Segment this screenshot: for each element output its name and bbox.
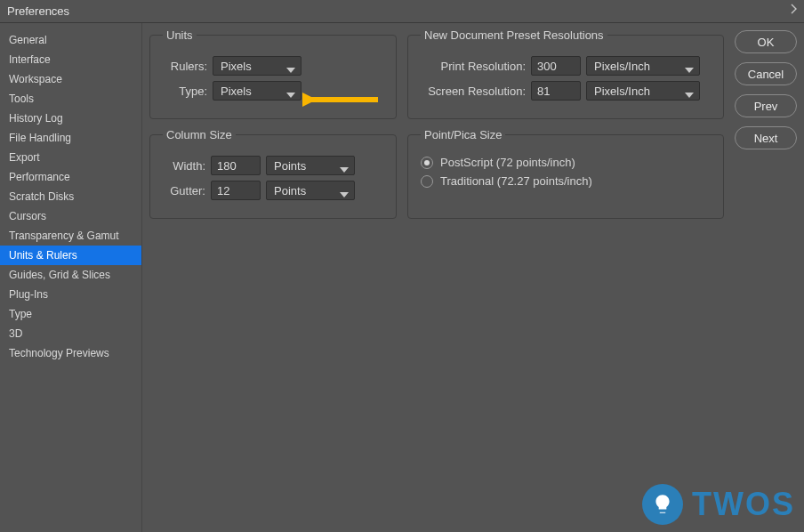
sidebar-item-plug-ins[interactable]: Plug-Ins: [0, 285, 141, 304]
sidebar-item-tools[interactable]: Tools: [0, 89, 141, 109]
column-size-panel: Column Size Width: 180 Points Gutter: 12: [149, 128, 397, 219]
sidebar-item-general[interactable]: General: [0, 30, 141, 50]
sidebar-item-guides-grid-slices[interactable]: Guides, Grid & Slices: [0, 265, 141, 285]
screen-res-label: Screen Resolution:: [421, 85, 526, 98]
width-unit: Points: [274, 159, 306, 173]
rulers-dropdown[interactable]: Pixels: [213, 56, 302, 76]
new-doc-legend: New Document Preset Resolutions: [421, 28, 607, 42]
column-size-legend: Column Size: [163, 128, 236, 141]
sidebar-item-technology-previews[interactable]: Technology Previews: [0, 343, 141, 363]
cancel-button[interactable]: Cancel: [735, 62, 797, 85]
sidebar-item-performance[interactable]: Performance: [0, 167, 141, 187]
rulers-label: Rulers:: [163, 60, 207, 73]
gutter-unit: Points: [274, 184, 306, 197]
chevron-down-icon: [340, 188, 349, 201]
chevron-down-icon: [685, 88, 694, 101]
print-res-unit: Pixels/Inch: [594, 60, 650, 73]
type-value: Pixels: [221, 85, 252, 98]
gutter-unit-dropdown[interactable]: Points: [266, 181, 355, 200]
close-icon[interactable]: [788, 3, 799, 17]
next-button[interactable]: Next: [735, 126, 797, 149]
sidebar-item-history-log[interactable]: History Log: [0, 109, 141, 128]
screen-res-field[interactable]: 81: [531, 81, 581, 101]
watermark-text: TWOS: [692, 486, 795, 523]
postscript-label: PostScript (72 points/inch): [440, 156, 575, 169]
sidebar-item-interface[interactable]: Interface: [0, 50, 141, 69]
new-doc-panel: New Document Preset Resolutions Print Re…: [407, 28, 724, 119]
print-res-field[interactable]: 300: [531, 56, 581, 76]
screen-res-unit: Pixels/Inch: [594, 85, 650, 98]
titlebar: Preferences: [0, 0, 804, 23]
point-pica-panel: Point/Pica Size PostScript (72 points/in…: [407, 128, 724, 219]
chevron-down-icon: [286, 88, 295, 101]
print-res-label: Print Resolution:: [421, 60, 526, 73]
prev-button[interactable]: Prev: [735, 94, 797, 117]
width-label: Width:: [163, 159, 205, 173]
watermark: TWOS: [642, 484, 795, 525]
sidebar-item-file-handling[interactable]: File Handling: [0, 128, 141, 148]
sidebar-item-type[interactable]: Type: [0, 304, 141, 324]
chevron-down-icon: [286, 63, 295, 77]
sidebar-item-transparency-gamut[interactable]: Transparency & Gamut: [0, 226, 141, 246]
bulb-icon: [642, 484, 683, 525]
postscript-radio[interactable]: [421, 157, 433, 169]
chevron-down-icon: [685, 63, 694, 77]
sidebar-item-scratch-disks[interactable]: Scratch Disks: [0, 187, 141, 206]
gutter-field[interactable]: 12: [211, 181, 261, 200]
sidebar-item-cursors[interactable]: Cursors: [0, 206, 141, 226]
sidebar-item-export[interactable]: Export: [0, 148, 141, 167]
chevron-down-icon: [340, 163, 349, 176]
rulers-value: Pixels: [221, 60, 252, 73]
point-pica-legend: Point/Pica Size: [421, 128, 505, 141]
traditional-radio[interactable]: [421, 175, 433, 188]
ok-button[interactable]: OK: [735, 30, 797, 53]
sidebar-item-3d[interactable]: 3D: [0, 324, 141, 343]
print-res-unit-dropdown[interactable]: Pixels/Inch: [586, 56, 700, 76]
gutter-label: Gutter:: [163, 184, 205, 197]
traditional-label: Traditional (72.27 points/inch): [440, 174, 592, 188]
type-label: Type:: [163, 85, 207, 98]
sidebar-item-workspace[interactable]: Workspace: [0, 69, 141, 89]
sidebar-item-units-rulers[interactable]: Units & Rulers: [0, 246, 141, 265]
window-title: Preferences: [7, 4, 69, 18]
screen-res-unit-dropdown[interactable]: Pixels/Inch: [586, 81, 700, 101]
width-unit-dropdown[interactable]: Points: [266, 156, 355, 175]
units-legend: Units: [163, 28, 197, 42]
width-field[interactable]: 180: [211, 156, 261, 175]
units-panel: Units Rulers: Pixels Type: Pixels: [149, 28, 397, 119]
type-dropdown[interactable]: Pixels: [213, 81, 302, 101]
preferences-sidebar: General Interface Workspace Tools Histor…: [0, 23, 142, 532]
